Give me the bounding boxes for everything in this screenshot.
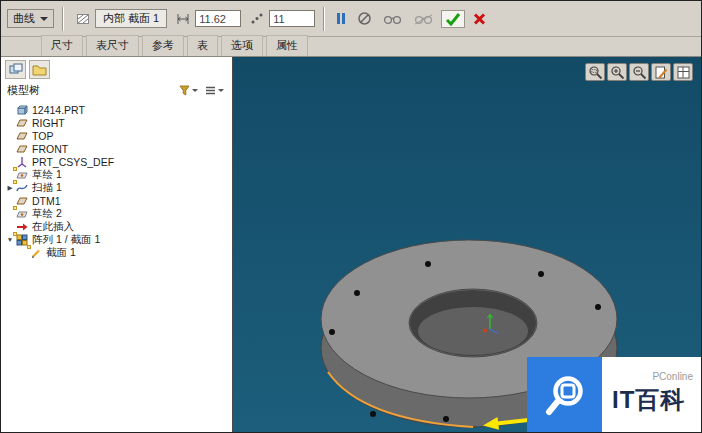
modified-flag-icon [13, 167, 17, 171]
tree-item-label: 扫描 1 [32, 181, 62, 195]
tree-item-label: 12414.PRT [32, 104, 85, 116]
tree-item[interactable]: 截面 1 [5, 246, 232, 259]
member-count-input[interactable] [269, 10, 315, 27]
pattern-point-dot[interactable] [354, 290, 360, 296]
dashboard-tab-3[interactable]: 参考 [142, 35, 184, 56]
graphics-viewport[interactable]: PConline IT百科 [233, 57, 701, 432]
csys-icon [15, 156, 29, 168]
zoom-window-button[interactable] [585, 63, 605, 81]
tree-filter-button[interactable] [177, 85, 200, 96]
part-icon [15, 104, 29, 116]
pencil-icon [29, 247, 43, 259]
pattern-point-dot[interactable] [425, 261, 431, 267]
pattern-point-dot[interactable] [329, 329, 335, 335]
tree-item[interactable]: FRONT [5, 142, 232, 155]
dashboard-tab-5[interactable]: 选项 [221, 35, 263, 56]
tree-item[interactable]: TOP [5, 129, 232, 142]
toolbar-separator [62, 7, 63, 31]
tree-item-label: FRONT [32, 143, 68, 155]
viewport-zoom-toolbar [585, 63, 693, 81]
dashboard-tab-2[interactable]: 表尺寸 [86, 35, 139, 56]
tree-item-label: 截面 1 [46, 246, 76, 260]
sweep-icon [15, 182, 29, 194]
dashboard-tab-4[interactable]: 表 [187, 35, 218, 56]
dashboard-toolbar: 曲线 内部 截面 1 [1, 1, 701, 37]
spacing-dimension-icon [175, 11, 191, 27]
watermark-title: IT百科 [612, 384, 693, 416]
dashboard-tab-1[interactable]: 尺寸 [41, 35, 83, 56]
chevron-down-icon [192, 89, 198, 92]
dashboard-tab-6[interactable]: 属性 [266, 35, 308, 56]
feature-type-combo[interactable]: 曲线 [7, 9, 54, 28]
view-manager-button[interactable] [673, 63, 693, 81]
tree-item-label: PRT_CSYS_DEF [32, 156, 114, 168]
watermark-text: PConline IT百科 [602, 357, 701, 432]
sketch-icon [15, 169, 29, 181]
model-tree-panel: 模型树 12414.PRTRIGHTTOPFRONTPRT_CSYS_DEF草绘… [1, 57, 233, 432]
member-count-icon [249, 11, 265, 27]
datum-plane-icon [15, 143, 29, 155]
modified-flag-icon [13, 180, 17, 184]
datum-plane-icon [15, 195, 29, 207]
chevron-down-icon [218, 89, 224, 92]
tree-panel-toolbar [1, 57, 232, 81]
tree-item[interactable]: 在此插入 [5, 220, 232, 233]
tree-item[interactable]: RIGHT [5, 116, 232, 129]
app-window: 曲线 内部 截面 1 [0, 0, 702, 433]
tree-settings-button[interactable] [203, 85, 226, 96]
model-inner-wall [418, 307, 528, 355]
spacing-input[interactable] [195, 10, 241, 27]
pconline-logo-icon [527, 357, 602, 432]
expander-icon[interactable]: ▶ [5, 184, 15, 192]
tree-item-label: TOP [32, 130, 53, 142]
modified-flag-icon [13, 232, 17, 236]
feature-type-label: 曲线 [13, 11, 35, 26]
model-tree-title: 模型树 [7, 83, 40, 98]
tree-item[interactable]: PRT_CSYS_DEF [5, 155, 232, 168]
pause-button[interactable] [332, 10, 350, 27]
zoom-in-button[interactable] [607, 63, 627, 81]
datum-plane-icon [15, 117, 29, 129]
pattern-point-dot[interactable] [595, 304, 601, 310]
tree-layers-button[interactable] [5, 60, 26, 79]
preview-glasses-icon[interactable] [410, 10, 437, 28]
tree-item[interactable]: DTM1 [5, 194, 232, 207]
no-preview-button[interactable] [354, 9, 375, 28]
watermark-badge: PConline IT百科 [527, 357, 701, 432]
tree-item-label: 草绘 2 [32, 207, 62, 221]
section-hatch-icon [75, 11, 91, 27]
modified-flag-icon [13, 206, 17, 210]
insert-here-icon [15, 221, 29, 233]
modified-flag-icon [27, 245, 31, 249]
tree-item-label: 在此插入 [32, 220, 74, 234]
redraw-button[interactable] [651, 63, 671, 81]
tree-header: 模型树 [1, 81, 232, 101]
tree-item-label: DTM1 [32, 195, 61, 207]
cancel-feature-button[interactable] [469, 10, 490, 28]
chevron-down-icon [40, 17, 48, 21]
pattern-point-dot[interactable] [370, 411, 376, 417]
section-reference-box[interactable]: 内部 截面 1 [95, 9, 167, 28]
pattern-point-dot[interactable] [443, 416, 449, 422]
model-tree-list: 12414.PRTRIGHTTOPFRONTPRT_CSYS_DEF草绘 1▶扫… [1, 101, 232, 259]
expander-icon[interactable]: ▼ [5, 236, 15, 243]
tree-item-label: RIGHT [32, 117, 65, 129]
main-area: 模型树 12414.PRTRIGHTTOPFRONTPRT_CSYS_DEF草绘… [1, 57, 701, 432]
tree-item-label: 草绘 1 [32, 168, 62, 182]
verify-glasses-icon[interactable] [379, 10, 406, 28]
zoom-out-button[interactable] [629, 63, 649, 81]
sketch-icon [15, 208, 29, 220]
accept-feature-button[interactable] [441, 10, 465, 28]
tree-folder-button[interactable] [29, 60, 50, 79]
tree-item[interactable]: 12414.PRT [5, 103, 232, 116]
watermark-brand: PConline [652, 371, 693, 382]
tree-item-label: 阵列 1 / 截面 1 [32, 233, 100, 247]
toolbar-separator [323, 7, 324, 31]
pattern-point-dot[interactable] [538, 271, 544, 277]
datum-plane-icon [15, 130, 29, 142]
tree-item[interactable]: ▼阵列 1 / 截面 1 [5, 233, 232, 246]
dashboard-tabs: 尺寸表尺寸参考表选项属性 [1, 37, 701, 57]
tree-item[interactable]: 草绘 1 [5, 168, 232, 181]
tree-item[interactable]: 草绘 2 [5, 207, 232, 220]
tree-item[interactable]: ▶扫描 1 [5, 181, 232, 194]
